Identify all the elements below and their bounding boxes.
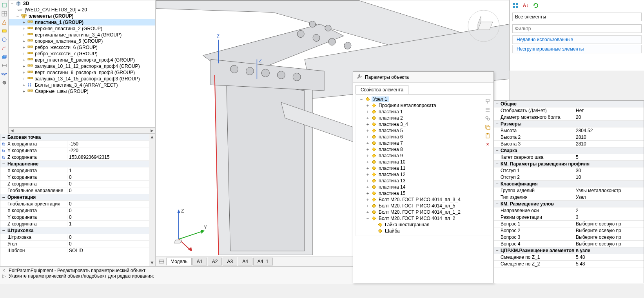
viewport-tab[interactable]: Модель (166, 258, 192, 265)
prop-value[interactable]: 0 (67, 208, 149, 213)
obj-tree-item[interactable]: +пластина 1 (356, 109, 491, 115)
ungrouped-link[interactable]: Несгруппированные элементы (512, 45, 642, 53)
expand-icon[interactable]: + (365, 210, 370, 214)
tool-quad-icon[interactable] (1, 27, 8, 35)
grid-value[interactable]: 20 (574, 114, 644, 120)
tool-tri-icon[interactable] (1, 19, 8, 26)
close-icon[interactable]: × (2, 268, 7, 273)
expand-icon[interactable]: + (22, 26, 26, 31)
viewport-tab[interactable]: A1 (192, 258, 207, 265)
obj-tree-item-open[interactable]: − Болт М20. ГОСТ Р ИСО 4014_пл_2 (356, 215, 491, 222)
expand-icon[interactable]: + (365, 172, 370, 177)
paste-icon[interactable] (484, 132, 491, 139)
grid-row[interactable]: Смещение по Z_15.48 (494, 254, 644, 261)
grid-row[interactable]: Вопрос 3Выберите осевую пр (494, 234, 644, 241)
collapse-icon[interactable]: − (10, 1, 15, 6)
prop-row[interactable]: Z координата1 (0, 221, 149, 227)
grid-value[interactable]: Выберите осевую пр (574, 234, 644, 240)
grid-value[interactable]: 2810 (574, 134, 644, 140)
grid-value[interactable]: 2810 (574, 141, 644, 147)
prop-value[interactable]: 0 (67, 181, 149, 187)
obj-tree-item[interactable]: +Болт М20. ГОСТ Р ИСО 4014_пл_5 (356, 203, 491, 209)
grid-section-header[interactable]: −ЦПР.КМ.Размещение элементов в узле (494, 247, 644, 254)
obj-tree-root[interactable]: − Узел 1 (356, 96, 491, 102)
obj-tree-item[interactable]: +пластина 11 (356, 165, 491, 171)
grid-value[interactable]: Узел (574, 194, 644, 200)
recently-used-link[interactable]: Недавно использованные (512, 35, 642, 44)
obj-tree-subitem[interactable]: Шайба (356, 228, 491, 234)
prop-value[interactable]: 1 (67, 168, 149, 173)
expand-icon[interactable]: + (22, 51, 26, 56)
scroll-up-icon[interactable]: ▲ (150, 134, 154, 140)
obj-tree-item[interactable]: +пластина 7 (356, 140, 491, 146)
prop-value[interactable]: 0 (67, 234, 149, 240)
prop-row[interactable]: Штриховка0 (0, 234, 149, 241)
grid-value[interactable]: Узлы металлоконстр (574, 188, 644, 193)
tree-group-root[interactable]: − элементы (GROUP) (9, 13, 155, 19)
obj-tree-item[interactable]: +пластина 14 (356, 184, 491, 190)
obj-tree-item[interactable]: +пластина 3_4 (356, 121, 491, 127)
grid-value[interactable]: Нет (574, 108, 644, 113)
tree-item[interactable]: +Сварные_швы (GROUP) (9, 88, 155, 94)
expand-icon[interactable]: + (365, 122, 370, 127)
grid-row[interactable]: Вопрос 4Выберите осевую пр (494, 241, 644, 247)
grid-row[interactable]: Смещение по Z_25.48 (494, 261, 644, 267)
tool-grid-icon[interactable] (1, 10, 8, 17)
prop-value[interactable]: -150 (67, 141, 149, 147)
grid-section-header[interactable]: −Классификация (494, 181, 644, 187)
prop-value[interactable]: SOLID (67, 248, 149, 253)
tool-cube-icon[interactable] (1, 2, 8, 9)
expand-icon[interactable]: + (22, 70, 26, 75)
tool-dim-icon[interactable] (1, 62, 8, 69)
expand-icon[interactable]: + (365, 109, 370, 114)
tree-item[interactable]: +заглушка_10_11_12_распорка_проф4 (GROUP… (9, 63, 155, 69)
tree-root-3d[interactable]: − 3D (9, 0, 155, 7)
collapse-icon[interactable]: − (494, 121, 500, 127)
prompt-icon[interactable]: ▷ (2, 273, 7, 279)
copy-icon[interactable] (484, 124, 491, 131)
prop-value[interactable]: 1 (67, 221, 149, 227)
all-elements-row[interactable]: Все элементы (512, 13, 642, 21)
grid-view-icon[interactable] (512, 2, 519, 9)
prop-row[interactable]: ШаблонSOLID (0, 247, 149, 254)
grid-section-header[interactable]: −Общие (494, 101, 644, 107)
viewport-tab[interactable]: A4_1 (253, 258, 273, 265)
grid-row[interactable]: Вопрос 2Выберите осевую пр (494, 227, 644, 234)
expand-icon[interactable]: + (22, 83, 26, 87)
grid-value[interactable]: 30 (574, 168, 644, 173)
prop-row[interactable]: Y координата0 (0, 174, 149, 181)
prop-vscroll[interactable]: ▲ ▼ (149, 134, 155, 266)
scroll-left-icon[interactable]: ◄ (9, 128, 15, 133)
collapse-icon[interactable]: − (494, 161, 500, 167)
layout-tabs-icon[interactable] (158, 258, 165, 265)
grid-value[interactable]: 10 (574, 174, 644, 180)
obj-tree-item[interactable]: +пластина 9 (356, 153, 491, 159)
grid-row[interactable]: Тип изделияУзел (494, 194, 644, 201)
grid-row[interactable]: Катет сварного шва5 (494, 154, 644, 161)
grid-section-header[interactable]: −КМ. Параметры размещения профиля (494, 161, 644, 167)
scroll-down-icon[interactable]: ▼ (150, 260, 154, 266)
expand-icon[interactable]: + (22, 20, 26, 25)
collapse-icon[interactable]: − (15, 14, 20, 18)
collapse-icon[interactable]: − (0, 228, 7, 233)
expand-icon[interactable]: + (365, 160, 370, 164)
tool-axis-icon[interactable]: xyz (1, 71, 8, 78)
prop-row[interactable]: X координата1 (0, 167, 149, 174)
expand-icon[interactable]: + (365, 147, 370, 152)
parameter-grid[interactable]: −ОбщиеОтображать (Да\Нет)НетДиаметр монт… (494, 100, 644, 283)
viewport-tab[interactable]: A4 (238, 258, 252, 265)
filter-input[interactable] (512, 24, 642, 33)
model-tree[interactable]: − 3D var [WELD_CATHETUS_20] = 20 − элеме… (9, 0, 156, 127)
grid-value[interactable]: Выберите осевую пр (574, 228, 644, 233)
prop-value[interactable]: 0 (67, 201, 149, 207)
grid-value[interactable]: 2804.52 (574, 128, 644, 133)
expand-icon[interactable]: + (365, 116, 370, 120)
expand-icon[interactable]: + (22, 76, 26, 81)
prop-row[interactable]: Угол0 (0, 241, 149, 247)
pin-icon[interactable] (484, 98, 491, 105)
list-icon[interactable] (484, 106, 491, 113)
prop-value[interactable]: 0 (67, 188, 149, 193)
tool-layer-icon[interactable] (1, 53, 8, 60)
expand-icon[interactable]: + (365, 153, 370, 158)
obj-tree-item[interactable]: +пластина 10 (356, 159, 491, 165)
